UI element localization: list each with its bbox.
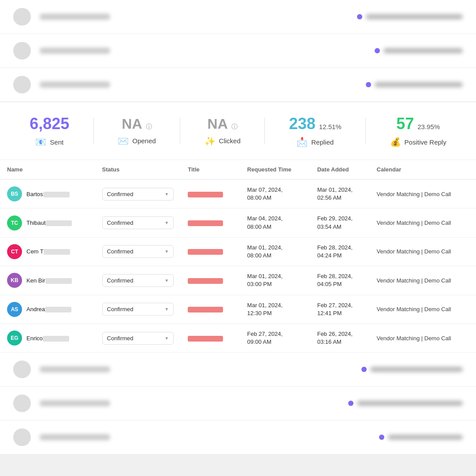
blurred-row bbox=[0, 420, 476, 454]
name-cell: KB Ken Bir bbox=[0, 266, 95, 295]
date-added: Mar 01, 2024,02:56 AM bbox=[317, 186, 363, 202]
calendar-cell: Vendor Matching | Demo Call bbox=[370, 208, 476, 237]
name-cell: EG Enrico bbox=[0, 324, 95, 352]
status-cell[interactable]: Confirmed ▼ bbox=[95, 237, 181, 266]
date-added-cell: Feb 26, 2024,03:16 AM bbox=[310, 324, 370, 352]
blurred-name bbox=[40, 366, 110, 372]
status-cell[interactable]: Confirmed ▼ bbox=[95, 324, 181, 352]
title-cell bbox=[181, 208, 240, 237]
avatar bbox=[13, 76, 31, 93]
blurred-email-text bbox=[375, 82, 463, 87]
status-dropdown[interactable]: Confirmed ▼ bbox=[102, 274, 174, 287]
redacted-lastname bbox=[45, 278, 72, 284]
status-dropdown[interactable]: Confirmed ▼ bbox=[102, 303, 174, 316]
clicked-value: NA bbox=[208, 116, 228, 132]
col-header-title: Title bbox=[181, 160, 240, 179]
contact-name: Ken Bir bbox=[26, 277, 72, 284]
title-cell bbox=[181, 266, 240, 295]
table-container: Name Status Title Requested Time Date Ad… bbox=[0, 160, 476, 353]
status-cell[interactable]: Confirmed ▼ bbox=[95, 266, 181, 295]
calendar-value: Vendor Matching | Demo Call bbox=[377, 191, 451, 197]
avatar bbox=[13, 361, 31, 378]
blurred-row bbox=[0, 34, 476, 68]
opened-value: NA bbox=[122, 116, 142, 132]
blurred-email bbox=[361, 367, 463, 372]
avatar bbox=[13, 8, 31, 26]
requested-time: Mar 07, 2024,08:00 AM bbox=[247, 186, 303, 202]
blurred-email-text bbox=[357, 401, 463, 406]
contact-name: Andrea bbox=[26, 306, 71, 312]
clicked-info-icon[interactable]: ⓘ bbox=[231, 123, 238, 131]
email-dot bbox=[366, 82, 371, 87]
table-row: KB Ken Bir Confirmed ▼ Mar 01, 2024,03:0… bbox=[0, 266, 476, 295]
positive-reply-label: Positive Reply bbox=[405, 138, 446, 146]
replied-label: Replied bbox=[311, 138, 334, 146]
title-cell bbox=[181, 237, 240, 266]
sent-label: Sent bbox=[50, 138, 63, 146]
replied-value: 238 bbox=[289, 115, 316, 133]
blurred-email-text bbox=[383, 48, 463, 53]
divider bbox=[93, 118, 94, 144]
col-header-requested-time: Requested Time bbox=[240, 160, 310, 179]
redacted-title bbox=[188, 220, 223, 226]
blurred-row bbox=[0, 68, 476, 102]
calendar-value: Vendor Matching | Demo Call bbox=[377, 219, 451, 226]
calendar-cell: Vendor Matching | Demo Call bbox=[370, 237, 476, 266]
email-dot bbox=[379, 435, 384, 440]
blurred-email bbox=[348, 401, 463, 406]
status-value: Confirmed bbox=[107, 277, 134, 284]
positive-reply-value: 57 bbox=[396, 115, 414, 133]
title-cell bbox=[181, 324, 240, 352]
requested-time: Mar 01, 2024,12:30 PM bbox=[247, 301, 303, 317]
status-cell[interactable]: Confirmed ▼ bbox=[95, 208, 181, 237]
email-dot bbox=[361, 367, 367, 372]
col-header-calendar: Calendar bbox=[370, 160, 476, 179]
col-header-status: Status bbox=[95, 160, 181, 179]
blurred-email bbox=[375, 48, 463, 53]
blurred-row bbox=[0, 353, 476, 387]
status-dropdown[interactable]: Confirmed ▼ bbox=[102, 332, 174, 345]
date-added: Feb 27, 2024,12:41 PM bbox=[317, 301, 363, 317]
requested-time-cell: Mar 01, 2024,08:00 AM bbox=[240, 237, 310, 266]
date-added-cell: Mar 01, 2024,02:56 AM bbox=[310, 179, 370, 208]
avatar bbox=[13, 428, 31, 446]
blurred-email-text bbox=[388, 435, 463, 440]
blurred-name bbox=[40, 400, 110, 406]
calendar-cell: Vendor Matching | Demo Call bbox=[370, 324, 476, 352]
table-row: TC Thibaut Confirmed ▼ Mar 04, 2024,08:0… bbox=[0, 208, 476, 237]
chevron-down-icon: ▼ bbox=[164, 336, 169, 341]
status-cell[interactable]: Confirmed ▼ bbox=[95, 179, 181, 208]
requested-time: Mar 01, 2024,03:00 PM bbox=[247, 272, 303, 288]
chevron-down-icon: ▼ bbox=[164, 192, 169, 197]
avatar: KB bbox=[7, 273, 22, 288]
contacts-table: Name Status Title Requested Time Date Ad… bbox=[0, 160, 476, 353]
status-value: Confirmed bbox=[107, 306, 134, 312]
redacted-title bbox=[188, 192, 223, 197]
redacted-title bbox=[188, 278, 223, 284]
divider bbox=[365, 118, 366, 144]
stat-sent: 6,825 📧 Sent bbox=[30, 115, 69, 147]
status-dropdown[interactable]: Confirmed ▼ bbox=[102, 188, 174, 201]
col-header-name: Name bbox=[0, 160, 95, 179]
calendar-value: Vendor Matching | Demo Call bbox=[377, 306, 451, 312]
avatar: TC bbox=[7, 216, 22, 231]
status-cell[interactable]: Confirmed ▼ bbox=[95, 295, 181, 324]
status-dropdown[interactable]: Confirmed ▼ bbox=[102, 245, 174, 258]
email-dot bbox=[375, 48, 380, 53]
chevron-down-icon: ▼ bbox=[164, 249, 169, 254]
avatar: EG bbox=[7, 331, 22, 346]
divider bbox=[180, 118, 180, 144]
name-cell: CT Cem T bbox=[0, 237, 95, 266]
status-value: Confirmed bbox=[107, 248, 134, 255]
replied-pct: 12.51% bbox=[319, 123, 342, 130]
status-value: Confirmed bbox=[107, 219, 134, 226]
chevron-down-icon: ▼ bbox=[164, 220, 169, 225]
status-value: Confirmed bbox=[107, 191, 134, 197]
date-added-cell: Feb 29, 2024,03:54 AM bbox=[310, 208, 370, 237]
status-dropdown[interactable]: Confirmed ▼ bbox=[102, 216, 174, 229]
chevron-down-icon: ▼ bbox=[164, 307, 169, 312]
opened-info-icon[interactable]: ⓘ bbox=[146, 123, 152, 131]
date-added-cell: Feb 28, 2024,04:05 PM bbox=[310, 266, 370, 295]
positive-reply-icon: 💰 bbox=[390, 137, 401, 147]
table-row: AS Andrea Confirmed ▼ Mar 01, 2024,12:30… bbox=[0, 295, 476, 324]
